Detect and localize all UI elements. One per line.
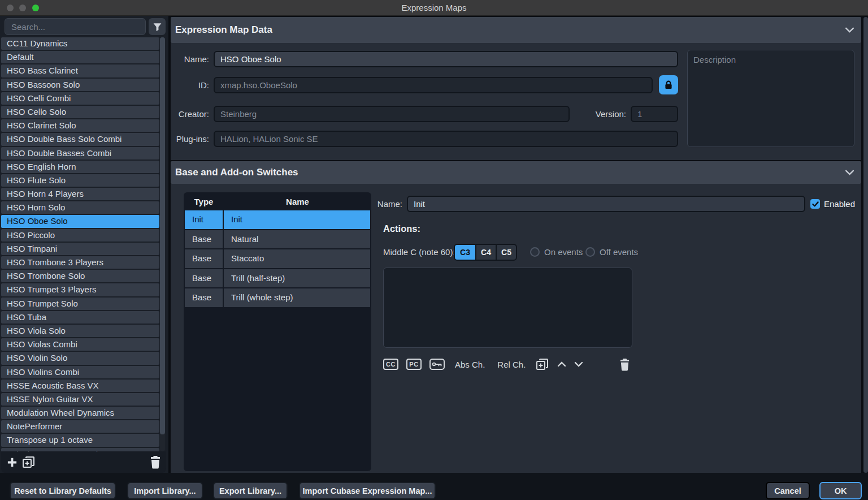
expression-map-list: CC11 DynamicsDefaultHSO Bass ClarinetHSO…	[1, 37, 159, 451]
switch-type-cell: Base	[185, 288, 224, 307]
list-item[interactable]: HSO Bass Clarinet	[1, 64, 159, 77]
chevron-down-icon[interactable]	[845, 170, 854, 176]
list-item[interactable]: Default	[1, 51, 159, 63]
list-item[interactable]: HSO Violin Solo	[1, 352, 159, 364]
description-field[interactable]	[687, 50, 854, 147]
enabled-checkbox[interactable]	[810, 199, 820, 209]
list-item[interactable]: HSO Double Bass Solo Combi	[1, 133, 159, 145]
move-up-button[interactable]	[557, 361, 566, 367]
list-item[interactable]: HSO Trombone 3 Players	[1, 256, 159, 269]
import-library-button[interactable]: Import Library...	[127, 482, 203, 499]
switch-name-cell: Init	[224, 210, 370, 229]
export-library-button[interactable]: Export Library...	[213, 482, 288, 499]
list-item[interactable]: HSO Trumpet Solo	[1, 298, 159, 310]
trash-icon	[150, 455, 161, 469]
delete-action-button[interactable]	[619, 358, 630, 371]
list-item[interactable]: Modulation Wheel Dynamics	[1, 407, 159, 419]
map-data-section-title: Expression Map Data	[171, 24, 272, 35]
list-item[interactable]: HSO Violins Combi	[1, 366, 159, 378]
filter-button[interactable]	[149, 18, 166, 35]
middle-c-label: Middle C (note 60):	[383, 244, 455, 261]
switches-section-header[interactable]: Base and Add-on Switches	[171, 161, 861, 184]
switch-row[interactable]: BaseTrill (half-step)	[185, 269, 370, 288]
on-events-radio[interactable]	[530, 247, 540, 257]
switches-section-body: Type Name InitInitBaseNaturalBaseStaccat…	[171, 184, 861, 473]
switch-name-field[interactable]	[407, 196, 805, 212]
list-item[interactable]: HSO Clarinet Solo	[1, 119, 159, 132]
list-item[interactable]: HSO Viola Solo	[1, 325, 159, 337]
list-item[interactable]: Transpose up 1 octave	[1, 434, 159, 446]
list-item[interactable]: HSO Trumpet 3 Players	[1, 283, 159, 296]
switch-row[interactable]: InitInit	[185, 210, 370, 229]
switch-row[interactable]: BaseTrill (whole step)	[185, 288, 370, 307]
right-panel-scrollbar[interactable]	[863, 17, 868, 473]
sidebar-scrollbar-thumb[interactable]	[160, 37, 165, 434]
actions-list[interactable]	[383, 268, 632, 348]
off-events-radio[interactable]	[585, 247, 595, 257]
switch-type-cell: Init	[185, 210, 224, 229]
trash-icon	[619, 358, 630, 371]
name-label: Name:	[171, 51, 209, 67]
cancel-button[interactable]: Cancel	[766, 482, 810, 499]
version-field[interactable]	[631, 106, 678, 122]
middle-c-option-c4[interactable]: C4	[475, 245, 496, 260]
add-pc-action-button[interactable]: PC	[406, 359, 422, 370]
list-item[interactable]: HSO Violas Combi	[1, 338, 159, 351]
list-item[interactable]: HSO Cello Solo	[1, 106, 159, 118]
duplicate-action-button[interactable]	[536, 358, 549, 370]
plugins-field[interactable]	[214, 131, 678, 147]
switch-type-cell: Base	[185, 230, 224, 249]
list-item[interactable]: HSO Horn 4 Players	[1, 188, 159, 200]
list-item[interactable]: HSO Bassoon Solo	[1, 79, 159, 91]
add-keyswitch-action-button[interactable]	[429, 359, 445, 370]
move-down-button[interactable]	[574, 361, 583, 367]
list-item[interactable]: HSO Timpani	[1, 243, 159, 255]
lock-button[interactable]	[659, 75, 678, 94]
sidebar-footer	[1, 451, 166, 473]
list-item[interactable]: HSO Celli Combi	[1, 92, 159, 105]
window-title: Expression Maps	[0, 0, 868, 16]
list-item[interactable]: HSO Horn Solo	[1, 201, 159, 214]
switch-row[interactable]: BaseStaccato	[185, 249, 370, 268]
list-item[interactable]: HSO English Horn	[1, 161, 159, 173]
ok-button[interactable]: OK	[819, 482, 862, 499]
creator-label: Creator:	[171, 106, 209, 122]
creator-field[interactable]	[214, 106, 570, 122]
middle-c-option-c5[interactable]: C5	[496, 245, 516, 260]
list-item[interactable]: HSO Double Basses Combi	[1, 147, 159, 160]
switches-section-title: Base and Add-on Switches	[171, 167, 298, 178]
list-item[interactable]: CC11 Dynamics	[1, 37, 159, 50]
abs-channel-button[interactable]: Abs Ch.	[453, 360, 487, 369]
switch-type-cell: Base	[185, 249, 224, 268]
search-input[interactable]	[5, 18, 146, 35]
map-data-section-header[interactable]: Expression Map Data	[171, 17, 861, 43]
add-map-button[interactable]	[3, 454, 20, 470]
list-item[interactable]: HSO Tuba	[1, 311, 159, 324]
reset-to-library-defaults-button[interactable]: Reset to Library Defaults	[10, 482, 116, 499]
import-cubase-expression-map-button[interactable]: Import Cubase Expression Map...	[299, 482, 436, 499]
sidebar-scrollbar[interactable]	[160, 37, 165, 451]
column-header-name: Name	[224, 194, 371, 210]
add-cc-action-button[interactable]: CC	[383, 359, 398, 370]
switches-table-header: Type Name	[184, 194, 371, 210]
checkmark-icon	[812, 201, 819, 207]
list-item[interactable]: HSSE Acoustic Bass VX	[1, 380, 159, 392]
list-item[interactable]: HSO Trombone Solo	[1, 270, 159, 282]
switch-row[interactable]: BaseNatural	[185, 230, 370, 249]
list-item[interactable]: HSO Oboe Solo	[1, 215, 159, 227]
rel-channel-button[interactable]: Rel Ch.	[495, 360, 528, 369]
switch-name-cell: Natural	[224, 230, 370, 249]
map-name-field[interactable]	[214, 51, 678, 67]
duplicate-map-button[interactable]	[20, 454, 37, 470]
delete-map-button[interactable]	[147, 454, 164, 470]
chevron-down-icon[interactable]	[845, 27, 854, 33]
bottom-bar: Reset to Library Defaults Import Library…	[0, 473, 868, 500]
map-id-field[interactable]	[214, 77, 653, 93]
list-item[interactable]: HSO Piccolo	[1, 229, 159, 242]
sidebar: CC11 DynamicsDefaultHSO Bass ClarinetHSO…	[0, 16, 168, 473]
list-item[interactable]: HSSE Nylon Guitar VX	[1, 393, 159, 406]
middle-c-option-c3[interactable]: C3	[455, 245, 475, 260]
switches-table-body: InitInitBaseNaturalBaseStaccatoBaseTrill…	[184, 210, 371, 307]
list-item[interactable]: HSO Flute Solo	[1, 174, 159, 187]
list-item[interactable]: NotePerformer	[1, 420, 159, 433]
